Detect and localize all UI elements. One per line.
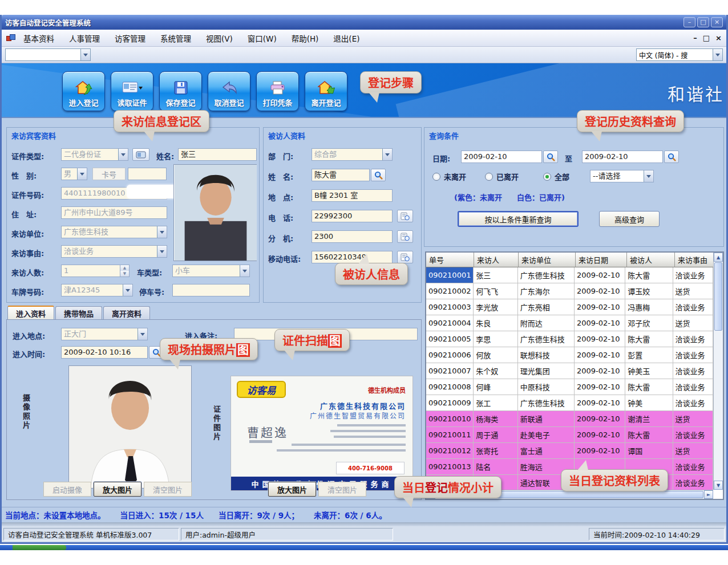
column-header-来访人[interactable]: 来访人	[474, 253, 519, 267]
table-cell[interactable]: 张三	[474, 267, 517, 283]
tab-离开资料[interactable]: 离开资料	[103, 306, 150, 319]
parking-field[interactable]	[172, 284, 250, 296]
table-cell[interactable]: 2009-02-10	[575, 395, 625, 411]
table-cell[interactable]: 2009-02-10	[575, 299, 625, 315]
table-cell[interactable]: 张寄托	[474, 443, 517, 459]
visitor-count-stepper[interactable]: 1 ▲▼	[61, 265, 130, 277]
table-row-6[interactable]: 090210006何放联想科技2009-02-10彭置洽谈业务	[426, 347, 713, 363]
table-cell[interactable]: 李光放	[474, 299, 517, 315]
menu-item-4[interactable]: 视图(V)	[206, 32, 233, 44]
table-row-5[interactable]: 090210005李思广东德生科技2009-02-10陈大雷洽谈业务	[426, 331, 713, 347]
requery-button[interactable]: 按以上条件重新查询	[458, 211, 579, 227]
table-cell[interactable]: 广东亮相	[518, 299, 575, 315]
table-cell[interactable]: 090210012	[426, 443, 474, 459]
table-cell[interactable]: 2009-02-10	[575, 379, 625, 395]
location-field[interactable]: B幢 2301 室	[312, 189, 393, 202]
toolbar-button-1[interactable]: 进入登记	[62, 71, 105, 111]
table-cell[interactable]: 090210001	[426, 267, 474, 283]
table-cell[interactable]: 090210002	[426, 283, 474, 299]
table-cell[interactable]: 2009-02-10	[575, 267, 625, 283]
column-header-被访人[interactable]: 被访人	[627, 253, 675, 267]
menu-item-7[interactable]: 退出(E)	[333, 32, 359, 44]
mdi-minimize-icon[interactable]: –	[693, 34, 697, 42]
table-cell[interactable]: 洽谈业务	[673, 427, 713, 443]
table-row-4[interactable]: 090210004朱良附而达2009-02-10邓子欣送货	[426, 315, 713, 331]
table-cell[interactable]: 杨海类	[474, 411, 517, 427]
entry-location-dropdown[interactable]: 正大门	[61, 328, 148, 340]
menu-item-1[interactable]: 人事管理	[69, 32, 100, 44]
table-cell[interactable]: 朱良	[474, 315, 517, 331]
table-cell[interactable]: 钟美	[625, 395, 673, 411]
start-button-strip[interactable]	[13, 545, 66, 550]
table-cell[interactable]: 理光集团	[518, 363, 575, 379]
table-cell[interactable]: 2009-02-10	[575, 283, 625, 299]
table-cell[interactable]: 附而达	[518, 315, 575, 331]
table-cell[interactable]: 洽谈业务	[673, 475, 713, 490]
table-row-9[interactable]: 090210009张工广东德生科技2009-02-10钟美洽谈业务	[426, 395, 713, 411]
table-cell[interactable]: 陈大雷	[625, 331, 673, 347]
table-row-12[interactable]: 090210012张寄托富士通2009-02-10谭国送货	[426, 443, 713, 459]
menu-item-3[interactable]: 系统管理	[160, 32, 191, 44]
table-cell[interactable]: 090210006	[426, 347, 474, 363]
language-combo[interactable]: 中文 (简体) - 搜	[636, 48, 723, 61]
table-row-3[interactable]: 090210003李光放广东亮相2009-02-10冯惠梅洽谈业务	[426, 299, 713, 315]
menu-item-5[interactable]: 窗口(W)	[248, 32, 277, 44]
toolbar-button-4[interactable]: 取消登记	[208, 71, 250, 111]
card-number-button[interactable]: 卡号	[92, 168, 126, 180]
table-cell[interactable]: 何飞飞	[474, 283, 517, 299]
table-cell[interactable]: 广东德生科技	[518, 331, 575, 347]
table-cell[interactable]: 洽谈业务	[673, 331, 713, 347]
table-cell[interactable]: 新联通	[518, 411, 575, 427]
table-cell[interactable]: 洽谈业务	[673, 267, 713, 283]
card-number-field[interactable]	[128, 168, 167, 180]
visitee-name-field[interactable]: 陈大雷	[312, 169, 370, 181]
entry-time-field[interactable]: 2009-02-10 10:16	[61, 346, 148, 359]
table-cell[interactable]: 2009-02-10	[575, 443, 625, 459]
photo-button-放大图片-3[interactable]: 放大图片	[268, 482, 316, 497]
menu-item-2[interactable]: 访客管理	[115, 32, 145, 44]
menu-item-0[interactable]: 基本资料	[23, 32, 54, 44]
date-from-field[interactable]: 2009-02-10	[461, 151, 542, 163]
table-cell[interactable]: 090210004	[426, 315, 474, 331]
close-icon[interactable]: ×	[711, 17, 723, 27]
table-cell[interactable]: 赴美电子	[518, 427, 575, 443]
advanced-query-button[interactable]: 高级查询	[599, 211, 660, 227]
menu-item-6[interactable]: 帮助(H)	[292, 32, 319, 44]
title-bar[interactable]: 访客自动登记安全管理系统 – □ ×	[2, 15, 726, 30]
toolbar-button-5[interactable]: 打印凭条	[256, 71, 299, 111]
table-cell[interactable]: 090210003	[426, 299, 474, 315]
table-row-1[interactable]: 090210001张三广东德生科技2009-02-10陈大雷洽谈业务	[426, 267, 713, 283]
table-cell[interactable]: 090210008	[426, 379, 474, 395]
ext-field[interactable]: 2300	[312, 230, 393, 243]
table-cell[interactable]: 中原科技	[518, 379, 575, 395]
table-cell[interactable]: 广东德生科技	[518, 395, 575, 411]
chevron-down-icon[interactable]	[80, 49, 90, 60]
table-cell[interactable]: 陆名	[474, 459, 517, 475]
table-cell[interactable]: 090210010	[426, 411, 474, 427]
table-cell[interactable]: 2009-02-10	[575, 411, 625, 427]
table-cell[interactable]: 洽谈业务	[673, 395, 713, 411]
radio-已离开[interactable]: 已离开	[485, 171, 519, 182]
card-reader-icon[interactable]	[132, 148, 149, 161]
calendar-search-icon[interactable]	[664, 151, 679, 163]
phone-message-icon[interactable]	[397, 210, 413, 222]
tab-进入资料[interactable]: 进入资料	[7, 306, 54, 319]
table-cell[interactable]: 陈大雷	[625, 427, 673, 443]
table-cell[interactable]: 冯惠梅	[625, 299, 673, 315]
photo-button-启动摄像-0[interactable]: 启动摄像	[43, 482, 91, 497]
table-cell[interactable]: 090210009	[426, 395, 474, 411]
table-row-2[interactable]: 090210002何飞飞广东海尔2009-02-10谭玉姣送货	[426, 283, 713, 299]
tab-携带物品[interactable]: 携带物品	[55, 306, 102, 319]
mobile-field[interactable]: 15602210349	[312, 251, 393, 263]
table-row-8[interactable]: 090210008何峰中原科技2009-02-10陈大雷洽谈业务	[426, 379, 713, 395]
search-icon[interactable]	[371, 169, 386, 181]
address-field[interactable]: 广州市中山大道89号	[61, 206, 167, 219]
mdi-close-icon[interactable]: ×	[715, 34, 722, 42]
table-cell[interactable]: 送货	[673, 283, 713, 299]
table-cell[interactable]: 2009-02-10	[575, 347, 625, 363]
table-cell[interactable]: 090210011	[426, 427, 474, 443]
table-cell[interactable]: 朱个奴	[474, 363, 517, 379]
photo-button-清空图片-4[interactable]: 清空图片	[318, 482, 366, 497]
restore-icon[interactable]: □	[697, 17, 709, 27]
table-cell[interactable]: 2009-02-10	[575, 363, 625, 379]
